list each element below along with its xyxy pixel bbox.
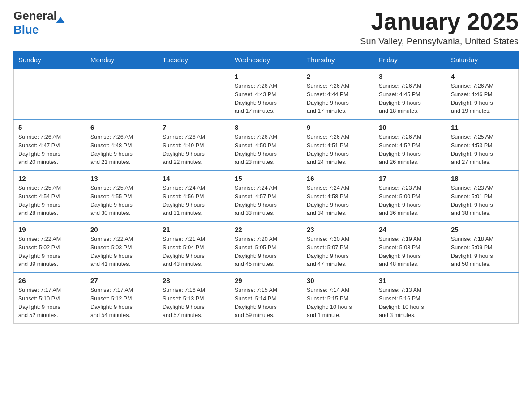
calendar-cell: 13Sunrise: 7:25 AM Sunset: 4:55 PM Dayli… — [86, 171, 158, 222]
day-number: 24 — [379, 226, 442, 233]
calendar-cell: 4Sunrise: 7:26 AM Sunset: 4:46 PM Daylig… — [446, 68, 519, 120]
day-info: Sunrise: 7:22 AM Sunset: 5:03 PM Dayligh… — [90, 235, 153, 269]
day-number: 13 — [90, 175, 153, 182]
calendar-cell: 27Sunrise: 7:17 AM Sunset: 5:12 PM Dayli… — [86, 273, 158, 324]
day-number: 2 — [307, 73, 369, 80]
day-of-week-thursday: Thursday — [302, 51, 374, 69]
day-number: 23 — [307, 226, 369, 233]
calendar-table: SundayMondayTuesdayWednesdayThursdayFrid… — [13, 51, 519, 324]
day-of-week-saturday: Saturday — [446, 51, 519, 69]
day-info: Sunrise: 7:13 AM Sunset: 5:16 PM Dayligh… — [379, 286, 442, 320]
calendar-cell: 30Sunrise: 7:14 AM Sunset: 5:15 PM Dayli… — [302, 273, 374, 324]
calendar-cell: 7Sunrise: 7:26 AM Sunset: 4:49 PM Daylig… — [158, 120, 230, 171]
logo: General Blue — [13, 9, 57, 37]
calendar-cell: 16Sunrise: 7:24 AM Sunset: 4:58 PM Dayli… — [302, 171, 374, 222]
day-info: Sunrise: 7:26 AM Sunset: 4:48 PM Dayligh… — [90, 133, 153, 167]
day-info: Sunrise: 7:26 AM Sunset: 4:52 PM Dayligh… — [379, 133, 442, 167]
day-info: Sunrise: 7:25 AM Sunset: 4:53 PM Dayligh… — [451, 133, 514, 167]
day-info: Sunrise: 7:22 AM Sunset: 5:02 PM Dayligh… — [18, 235, 81, 269]
day-info: Sunrise: 7:26 AM Sunset: 4:49 PM Dayligh… — [163, 133, 225, 167]
day-number: 16 — [307, 175, 369, 182]
day-info: Sunrise: 7:24 AM Sunset: 4:57 PM Dayligh… — [235, 184, 297, 218]
day-info: Sunrise: 7:18 AM Sunset: 5:09 PM Dayligh… — [451, 235, 514, 269]
day-info: Sunrise: 7:17 AM Sunset: 5:12 PM Dayligh… — [90, 286, 153, 320]
day-number: 19 — [18, 226, 81, 233]
logo-general-text: General — [13, 9, 57, 23]
day-number: 22 — [235, 226, 297, 233]
logo-blue-text: Blue — [13, 23, 39, 36]
subtitle: Sun Valley, Pennsylvania, United States — [360, 36, 519, 47]
day-info: Sunrise: 7:26 AM Sunset: 4:47 PM Dayligh… — [18, 133, 81, 167]
day-info: Sunrise: 7:24 AM Sunset: 4:58 PM Dayligh… — [307, 184, 369, 218]
calendar-week-row: 5Sunrise: 7:26 AM Sunset: 4:47 PM Daylig… — [14, 120, 519, 171]
day-info: Sunrise: 7:26 AM Sunset: 4:51 PM Dayligh… — [307, 133, 369, 167]
day-info: Sunrise: 7:20 AM Sunset: 5:05 PM Dayligh… — [235, 235, 297, 269]
calendar-cell — [86, 68, 158, 120]
day-info: Sunrise: 7:26 AM Sunset: 4:45 PM Dayligh… — [379, 82, 442, 116]
day-of-week-friday: Friday — [374, 51, 446, 69]
day-number: 7 — [163, 124, 225, 131]
day-of-week-tuesday: Tuesday — [158, 51, 230, 69]
day-number: 3 — [379, 73, 442, 80]
day-number: 6 — [90, 124, 153, 131]
day-number: 25 — [451, 226, 514, 233]
day-number: 31 — [379, 277, 442, 284]
calendar-cell: 2Sunrise: 7:26 AM Sunset: 4:44 PM Daylig… — [302, 68, 374, 120]
calendar-cell: 11Sunrise: 7:25 AM Sunset: 4:53 PM Dayli… — [446, 120, 519, 171]
calendar-week-row: 19Sunrise: 7:22 AM Sunset: 5:02 PM Dayli… — [14, 222, 519, 273]
calendar-cell: 19Sunrise: 7:22 AM Sunset: 5:02 PM Dayli… — [14, 222, 86, 273]
calendar-cell: 29Sunrise: 7:15 AM Sunset: 5:14 PM Dayli… — [230, 273, 302, 324]
calendar-cell: 31Sunrise: 7:13 AM Sunset: 5:16 PM Dayli… — [374, 273, 446, 324]
day-number: 21 — [163, 226, 225, 233]
calendar-cell: 28Sunrise: 7:16 AM Sunset: 5:13 PM Dayli… — [158, 273, 230, 324]
calendar-cell: 20Sunrise: 7:22 AM Sunset: 5:03 PM Dayli… — [86, 222, 158, 273]
day-number: 9 — [307, 124, 369, 131]
day-number: 30 — [307, 277, 369, 284]
calendar-cell: 8Sunrise: 7:26 AM Sunset: 4:50 PM Daylig… — [230, 120, 302, 171]
day-number: 17 — [379, 175, 442, 182]
calendar-cell: 22Sunrise: 7:20 AM Sunset: 5:05 PM Dayli… — [230, 222, 302, 273]
calendar-cell: 21Sunrise: 7:21 AM Sunset: 5:04 PM Dayli… — [158, 222, 230, 273]
day-info: Sunrise: 7:19 AM Sunset: 5:08 PM Dayligh… — [379, 235, 442, 269]
day-number: 1 — [235, 73, 297, 80]
calendar-cell — [446, 273, 519, 324]
calendar-cell: 23Sunrise: 7:20 AM Sunset: 5:07 PM Dayli… — [302, 222, 374, 273]
calendar-cell: 5Sunrise: 7:26 AM Sunset: 4:47 PM Daylig… — [14, 120, 86, 171]
calendar-cell: 24Sunrise: 7:19 AM Sunset: 5:08 PM Dayli… — [374, 222, 446, 273]
calendar-cell: 6Sunrise: 7:26 AM Sunset: 4:48 PM Daylig… — [86, 120, 158, 171]
calendar-cell — [158, 68, 230, 120]
day-number: 28 — [163, 277, 225, 284]
calendar-header-row: SundayMondayTuesdayWednesdayThursdayFrid… — [14, 51, 519, 69]
calendar-cell: 17Sunrise: 7:23 AM Sunset: 5:00 PM Dayli… — [374, 171, 446, 222]
day-info: Sunrise: 7:26 AM Sunset: 4:50 PM Dayligh… — [235, 133, 297, 167]
calendar-cell: 3Sunrise: 7:26 AM Sunset: 4:45 PM Daylig… — [374, 68, 446, 120]
day-info: Sunrise: 7:26 AM Sunset: 4:43 PM Dayligh… — [235, 82, 297, 116]
calendar-cell: 14Sunrise: 7:24 AM Sunset: 4:56 PM Dayli… — [158, 171, 230, 222]
day-info: Sunrise: 7:21 AM Sunset: 5:04 PM Dayligh… — [163, 235, 225, 269]
day-number: 11 — [451, 124, 514, 131]
calendar-cell: 18Sunrise: 7:23 AM Sunset: 5:01 PM Dayli… — [446, 171, 519, 222]
day-info: Sunrise: 7:14 AM Sunset: 5:15 PM Dayligh… — [307, 286, 369, 320]
title-section: January 2025 Sun Valley, Pennsylvania, U… — [360, 9, 519, 47]
day-info: Sunrise: 7:16 AM Sunset: 5:13 PM Dayligh… — [163, 286, 225, 320]
day-number: 5 — [18, 124, 81, 131]
calendar-cell: 26Sunrise: 7:17 AM Sunset: 5:10 PM Dayli… — [14, 273, 86, 324]
day-number: 18 — [451, 175, 514, 182]
day-number: 29 — [235, 277, 297, 284]
day-number: 27 — [90, 277, 153, 284]
day-number: 15 — [235, 175, 297, 182]
day-of-week-wednesday: Wednesday — [230, 51, 302, 69]
day-number: 4 — [451, 73, 514, 80]
day-info: Sunrise: 7:20 AM Sunset: 5:07 PM Dayligh… — [307, 235, 369, 269]
calendar-week-row: 26Sunrise: 7:17 AM Sunset: 5:10 PM Dayli… — [14, 273, 519, 324]
day-info: Sunrise: 7:17 AM Sunset: 5:10 PM Dayligh… — [18, 286, 81, 320]
calendar-cell: 10Sunrise: 7:26 AM Sunset: 4:52 PM Dayli… — [374, 120, 446, 171]
calendar-cell: 9Sunrise: 7:26 AM Sunset: 4:51 PM Daylig… — [302, 120, 374, 171]
day-number: 20 — [90, 226, 153, 233]
day-info: Sunrise: 7:26 AM Sunset: 4:44 PM Dayligh… — [307, 82, 369, 116]
day-number: 14 — [163, 175, 225, 182]
day-info: Sunrise: 7:25 AM Sunset: 4:54 PM Dayligh… — [18, 184, 81, 218]
calendar-cell: 12Sunrise: 7:25 AM Sunset: 4:54 PM Dayli… — [14, 171, 86, 222]
day-info: Sunrise: 7:26 AM Sunset: 4:46 PM Dayligh… — [451, 82, 514, 116]
day-info: Sunrise: 7:15 AM Sunset: 5:14 PM Dayligh… — [235, 286, 297, 320]
